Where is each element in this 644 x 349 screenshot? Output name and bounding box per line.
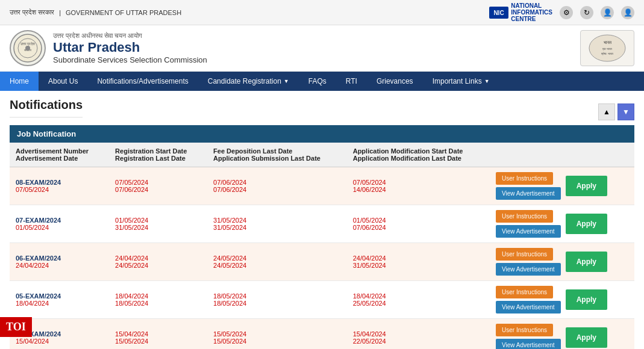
page-header-row: Notifications ▲ ▼ [10,98,634,125]
reg-last-date: 31/05/2024 [115,224,201,231]
view-advertisement-btn[interactable]: View Advertisement [496,225,561,238]
nic-logo: NIC NATIONALINFORMATICSCENTRE [489,2,552,22]
col-reg-dates: Registration Start Date Registration Las… [109,143,207,167]
action-col: User Instructions View Advertisement App… [496,286,628,313]
apply-btn[interactable]: Apply [566,214,607,234]
apply-btn[interactable]: Apply [566,252,607,272]
reg-dates-cell: 24/04/2024 24/05/2024 [109,243,207,281]
fee-last-date: 18/05/2024 [213,292,341,300]
table-row: 06-EXAM/2024 24/04/2024 24/04/2024 24/05… [10,243,634,281]
job-notification-table: Advertisement Number Advertisement Date … [10,143,634,349]
nav-important-links[interactable]: Important Links ▼ [423,72,499,91]
actions-cell: User Instructions View Advertisement App… [490,243,634,281]
action-col: User Instructions View Advertisement App… [496,248,628,276]
org-logo: उत्तर प्रदेश सरकार [10,30,46,66]
actions-cell: User Instructions View Advertisement App… [490,281,634,319]
mod-last-date: 22/05/2024 [353,338,484,345]
header-left: उत्तर प्रदेश सरकार उत्तर प्रदेश अधीनस्थ … [10,30,207,66]
adv-number: 08-EXAM/2024 [16,179,103,186]
state-hindi: उत्तर प्रदेश सरकार [10,8,54,16]
reg-last-date: 07/06/2024 [115,186,201,193]
apply-btn[interactable]: Apply [566,176,607,196]
main-content: Notifications ▲ ▼ Job Notification Adver… [0,91,644,349]
reg-start-date: 01/05/2024 [115,217,201,224]
settings-icon[interactable]: ⚙ [560,6,573,19]
view-advertisement-btn[interactable]: View Advertisement [496,263,561,276]
refresh-icon[interactable]: ↻ [580,6,593,19]
view-advertisement-btn[interactable]: View Advertisement [496,339,561,349]
nav-grievances[interactable]: Grievances [367,72,423,91]
view-advertisement-btn[interactable]: View Advertisement [496,301,561,313]
person-icon[interactable]: 👤 [601,6,614,19]
user-instructions-btn[interactable]: User Instructions [496,324,553,336]
india-emblem: भारत एक भारत श्रेष्ठ भारत [580,30,634,66]
nic-full-label: NATIONALINFORMATICSCENTRE [511,2,552,22]
main-nav: Home About Us Notifications/Advertisemen… [0,72,644,91]
nav-candidate-reg[interactable]: Candidate Registration ▼ [198,72,299,91]
col-actions [490,143,634,167]
table-header-row: Advertisement Number Advertisement Date … [10,143,634,167]
adv-date: 15/04/2024 [16,338,103,345]
app-sub-last-date: 31/05/2024 [213,224,341,231]
mod-last-date: 31/05/2024 [353,262,484,269]
fee-dates-cell: 24/05/2024 24/05/2024 [207,243,347,281]
reg-start-date: 15/04/2024 [115,330,201,338]
mod-last-date: 07/06/2024 [353,224,484,231]
adv-date: 01/05/2024 [16,224,103,231]
gov-bar-left: उत्तर प्रदेश सरकार | GOVERNMENT OF UTTAR… [10,8,181,16]
nav-faqs[interactable]: FAQs [299,72,336,91]
reg-last-date: 18/05/2024 [115,300,201,307]
scroll-down-btn[interactable]: ▼ [617,103,634,120]
header-text-block: उत्तर प्रदेश अधीनस्थ सेवा चयन आयोग Uttar… [53,32,207,64]
user-instructions-btn[interactable]: User Instructions [496,248,553,261]
nav-about[interactable]: About Us [39,72,87,91]
reg-last-date: 15/05/2024 [115,338,201,345]
user-instructions-btn[interactable]: User Instructions [496,210,553,223]
apply-btn[interactable]: Apply [566,327,607,348]
toi-badge: TOI [0,317,32,337]
india-emblem-svg: भारत एक भारत श्रेष्ठ भारत [583,32,631,65]
mod-last-date: 14/06/2024 [353,186,484,193]
reg-dates-cell: 18/04/2024 18/05/2024 [109,281,207,319]
action-col: User Instructions View Advertisement App… [496,210,628,238]
fee-last-date: 15/05/2024 [213,330,341,338]
svg-text:एक भारत: एक भारत [602,47,612,51]
app-sub-last-date: 24/05/2024 [213,262,341,269]
apply-btn[interactable]: Apply [566,289,607,310]
adv-date: 18/04/2024 [16,300,103,307]
page-title: Notifications [10,98,83,118]
mod-start-date: 07/05/2024 [353,179,484,186]
scroll-up-btn[interactable]: ▲ [598,103,615,120]
user-instructions-btn[interactable]: User Instructions [496,286,553,298]
table-row: 05-EXAM/2024 18/04/2024 18/04/2024 18/05… [10,281,634,319]
profile-icon[interactable]: 👤 [621,6,634,19]
table-row: 04-EXAM/2024 15/04/2024 15/04/2024 15/05… [10,319,634,350]
btn-group: User Instructions View Advertisement [496,210,561,238]
svg-text:भारत: भारत [604,40,612,45]
gov-bar-right: NIC NATIONALINFORMATICSCENTRE ⚙ ↻ 👤 👤 [489,2,634,22]
reg-dates-cell: 07/05/2024 07/06/2024 [109,167,207,205]
app-sub-last-date: 15/05/2024 [213,338,341,345]
header-subtitle: Subordinate Services Selection Commissio… [53,55,207,64]
view-advertisement-btn[interactable]: View Advertisement [496,187,561,200]
state-english: GOVERNMENT OF UTTAR PRADESH [66,9,181,16]
user-instructions-btn[interactable]: User Instructions [496,172,553,185]
fee-dates-cell: 15/05/2024 15/05/2024 [207,319,347,350]
app-sub-last-date: 18/05/2024 [213,300,341,307]
col-fee-dates: Fee Deposition Last Date Application Sub… [207,143,347,167]
reg-last-date: 24/05/2024 [115,262,201,269]
nav-notifications[interactable]: Notifications/Advertisements [87,72,198,91]
reg-start-date: 18/04/2024 [115,292,201,300]
header: उत्तर प्रदेश सरकार उत्तर प्रदेश अधीनस्थ … [0,25,644,72]
actions-cell: User Instructions View Advertisement App… [490,319,634,350]
adv-num-cell: 05-EXAM/2024 18/04/2024 [10,281,109,319]
table-row: 08-EXAM/2024 07/05/2024 07/05/2024 07/06… [10,167,634,205]
mod-start-date: 18/04/2024 [353,292,484,300]
btn-group: User Instructions View Advertisement [496,248,561,276]
adv-num-cell: 06-EXAM/2024 24/04/2024 [10,243,109,281]
nav-rti[interactable]: RTI [336,72,367,91]
mod-dates-cell: 18/04/2024 25/05/2024 [347,281,490,319]
adv-num-cell: 07-EXAM/2024 01/05/2024 [10,205,109,243]
nav-home[interactable]: Home [0,72,39,91]
fee-dates-cell: 18/05/2024 18/05/2024 [207,281,347,319]
